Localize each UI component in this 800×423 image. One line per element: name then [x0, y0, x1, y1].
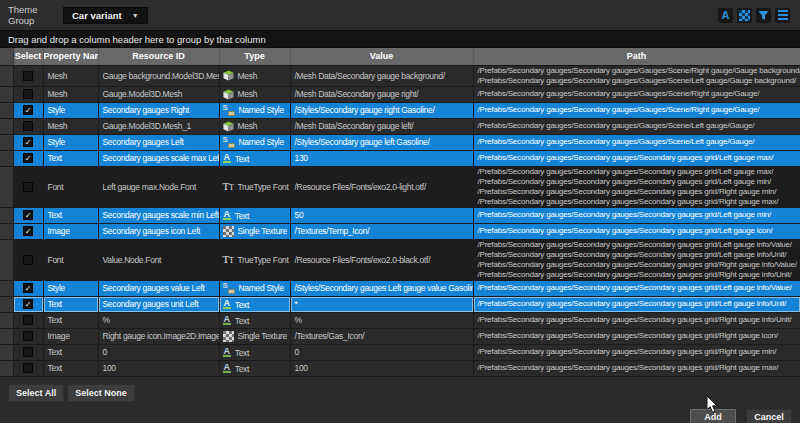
cancel-button[interactable]: Cancel: [746, 409, 792, 423]
table-row[interactable]: Text%AText%/Prefabs/Secondary gauges/Sec…: [0, 312, 800, 328]
dialog-buttons: Add Cancel: [690, 409, 792, 423]
path-line: /Prefabs/Secondary gauges/Secondary gaug…: [478, 153, 796, 163]
table-row[interactable]: MeshGauge background.Model3D.MeshMesh/Me…: [0, 65, 800, 86]
type-label: Text: [235, 210, 249, 220]
property-name-cell: Style: [43, 102, 98, 118]
type-label: Single Texture: [238, 226, 288, 236]
row-gutter: [0, 296, 13, 312]
table-row[interactable]: ✓StyleSecondary gauges LeftSNamed Style/…: [0, 134, 800, 150]
named-style-icon: S: [223, 282, 235, 294]
resource-id-cell: Right gauge icon.Image2D.Image: [98, 328, 219, 344]
type-label: Mesh: [238, 121, 258, 131]
type-label: Named Style: [239, 283, 284, 293]
table-row[interactable]: Text100AText100/Prefabs/Secondary gauges…: [0, 360, 800, 376]
row-checkbox[interactable]: ✓: [23, 226, 33, 236]
path-line: /Prefabs/Secondary gauges/Secondary gaug…: [478, 250, 796, 260]
column-header-select[interactable]: Select: [13, 48, 43, 65]
column-header-value[interactable]: Value: [290, 48, 473, 65]
resource-id-cell: Secondary gauges unit Left: [98, 296, 219, 312]
row-checkbox[interactable]: [23, 331, 33, 341]
theme-group-dropdown[interactable]: Car variant ▼: [63, 7, 148, 24]
row-checkbox[interactable]: ✓: [23, 299, 33, 309]
row-checkbox[interactable]: ✓: [23, 210, 33, 220]
menu-icon[interactable]: [775, 8, 790, 23]
table-row[interactable]: FontValue.Node.FontTTTrueType Font/Resou…: [0, 239, 800, 280]
row-checkbox[interactable]: ✓: [23, 153, 33, 163]
column-header-property-name[interactable]: Property Name: [43, 48, 98, 65]
type-label: Text: [235, 299, 249, 309]
value-cell: /Resource Files/Fonts/exo2.0-black.otf/: [290, 239, 473, 280]
value-cell: *: [290, 296, 473, 312]
row-gutter: [0, 65, 13, 86]
path-line: /Prefabs/Secondary gauges/Secondary gaug…: [478, 66, 796, 76]
row-checkbox[interactable]: ✓: [23, 137, 33, 147]
table-row[interactable]: ✓StyleSecondary gauges value LeftSNamed …: [0, 280, 800, 296]
row-checkbox[interactable]: ✓: [23, 283, 33, 293]
filter-icon[interactable]: [756, 8, 771, 23]
row-checkbox[interactable]: [23, 363, 33, 373]
type-cell: AText: [219, 312, 290, 328]
value-cell: 0: [290, 344, 473, 360]
row-checkbox[interactable]: [23, 121, 33, 131]
row-checkbox[interactable]: [23, 347, 33, 357]
table-row[interactable]: MeshGauge.Model3D.Mesh_1Mesh/Mesh Data/S…: [0, 118, 800, 134]
table-row[interactable]: Text0AText0/Prefabs/Secondary gauges/Sec…: [0, 344, 800, 360]
value-cell: /Resource Files/Fonts/exo2.0-light.otf/: [290, 166, 473, 207]
row-gutter: [0, 312, 13, 328]
row-checkbox[interactable]: [23, 315, 33, 325]
column-header-resource-id[interactable]: Resource ID: [98, 48, 219, 65]
path-line: /Prefabs/Secondary gauges/Secondary gaug…: [478, 177, 796, 187]
table-row[interactable]: ✓StyleSecondary gauges RightSNamed Style…: [0, 102, 800, 118]
select-cell: [13, 239, 43, 280]
named-style-icon: S: [223, 136, 235, 148]
select-cell: [13, 360, 43, 376]
row-gutter: [0, 102, 13, 118]
type-cell: SNamed Style: [219, 102, 290, 118]
row-checkbox[interactable]: ✓: [23, 105, 33, 115]
property-name-cell: Text: [43, 344, 98, 360]
table-row[interactable]: ✓TextSecondary gauges scale min LeftATex…: [0, 207, 800, 223]
value-cell: /Styles/Secondary gauge right Gasoline/: [290, 102, 473, 118]
table-row[interactable]: ✓TextSecondary gauges scale max LeftATex…: [0, 150, 800, 166]
toolbar-icon-group: A: [718, 8, 790, 23]
value-cell: /Mesh Data/Secondary gauge left/: [290, 118, 473, 134]
row-checkbox[interactable]: [23, 255, 33, 265]
value-cell: %: [290, 312, 473, 328]
path-line: /Prefabs/Secondary gauges/Secondary gaug…: [478, 197, 796, 207]
column-header-type[interactable]: Type: [219, 48, 290, 65]
type-cell: Single Texture: [219, 328, 290, 344]
row-checkbox[interactable]: [23, 89, 33, 99]
row-checkbox[interactable]: [23, 71, 33, 81]
type-label: Text: [235, 315, 249, 325]
type-label: Text: [235, 363, 249, 373]
type-cell: Single Texture: [219, 223, 290, 239]
font-a-icon[interactable]: A: [718, 8, 733, 23]
column-header-path[interactable]: Path: [473, 48, 800, 65]
type-label: Text: [235, 153, 249, 163]
row-checkbox[interactable]: [23, 182, 33, 192]
texture-icon[interactable]: [737, 8, 752, 23]
group-by-bar[interactable]: Drag and drop a column header here to gr…: [0, 30, 800, 48]
table-row[interactable]: ImageRight gauge icon.Image2D.ImageSingl…: [0, 328, 800, 344]
select-cell: [13, 312, 43, 328]
select-none-button[interactable]: Select None: [67, 384, 135, 402]
path-line: /Prefabs/Secondary gauges/Secondary gaug…: [478, 121, 796, 131]
type-label: Single Texture: [238, 331, 288, 341]
type-cell: SNamed Style: [219, 134, 290, 150]
type-cell: TTTrueType Font: [219, 166, 290, 207]
type-label: TrueType Font: [238, 255, 289, 265]
property-name-cell: Style: [43, 280, 98, 296]
table-row[interactable]: ✓TextSecondary gauges unit LeftAText*/Pr…: [0, 296, 800, 312]
value-cell: /Textures/Gas_Icon/: [290, 328, 473, 344]
table-row[interactable]: FontLeft gauge max.Node.FontTTTrueType F…: [0, 166, 800, 207]
path-line: /Prefabs/Secondary gauges/Secondary gaug…: [478, 270, 796, 280]
table-row[interactable]: ✓ImageSecondary gauges icon LeftSingle T…: [0, 223, 800, 239]
path-line: /Prefabs/Secondary gauges/Secondary gaug…: [478, 137, 796, 147]
add-button[interactable]: Add: [690, 409, 736, 423]
property-name-cell: Mesh: [43, 118, 98, 134]
table-row[interactable]: MeshGauge.Model3D.MeshMesh/Mesh Data/Sec…: [0, 86, 800, 102]
property-name-cell: Font: [43, 166, 98, 207]
resource-id-cell: Secondary gauges scale min Left: [98, 207, 219, 223]
select-all-button[interactable]: Select All: [8, 384, 64, 402]
path-line: /Prefabs/Secondary gauges/Secondary gaug…: [478, 226, 796, 236]
